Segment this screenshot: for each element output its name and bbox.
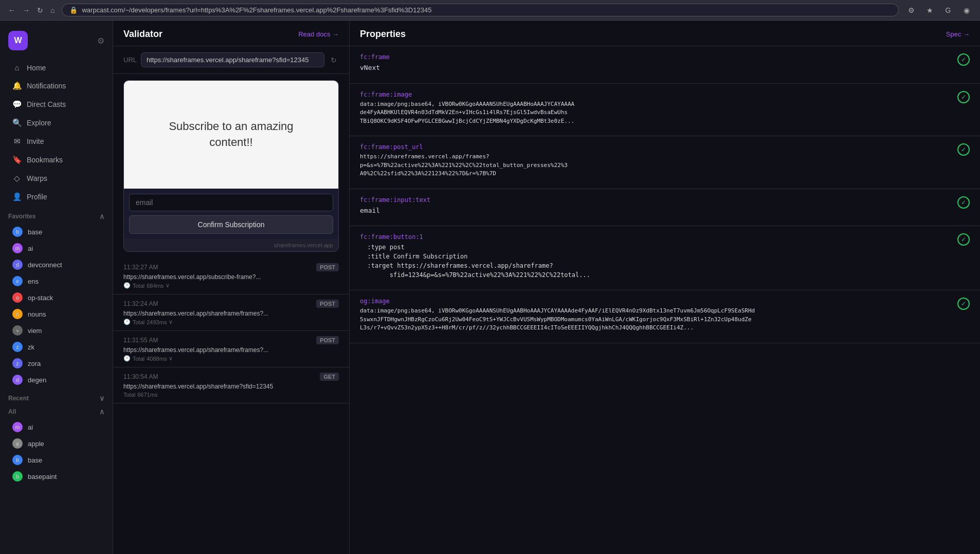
validator-header: Validator Read docs → (113, 21, 349, 46)
recent-dot-ai: m (12, 422, 23, 432)
channel-degen[interactable]: d degen (4, 372, 108, 387)
recent-label: Recent (8, 395, 29, 402)
url-input[interactable] (141, 52, 324, 67)
timing-chevron-2[interactable]: ∨ (169, 355, 173, 362)
properties-title: Properties (360, 29, 406, 40)
sidebar-item-profile-label: Profile (27, 193, 47, 201)
spec-link[interactable]: Spec → (946, 30, 970, 38)
extension-icon-2[interactable]: ★ (922, 3, 937, 17)
log-entry-0-header: 11:32:27 AM POST (123, 263, 339, 271)
timing-chevron-0[interactable]: ∨ (166, 282, 170, 289)
log-ms-1: 2493ms (147, 319, 167, 325)
frame-confirm-button[interactable]: Confirm Subscription (129, 215, 333, 234)
log-ms-0: 684ms (147, 283, 164, 289)
log-timestamp-3: 11:30:54 AM (123, 373, 158, 380)
extension-icon-4[interactable]: ◉ (959, 3, 974, 17)
channel-dot-zk: z (12, 342, 23, 352)
sidebar-item-warps[interactable]: ◇ Warps (4, 170, 108, 187)
property-key-value-1: fc:frame:image data:image/png;base64, iV… (360, 91, 957, 126)
forward-button[interactable]: → (21, 4, 32, 16)
bookmark-icon: 🔖 (12, 155, 22, 164)
frame-image: Subscribe to an amazingcontent!! (124, 81, 338, 189)
url-refresh-button[interactable]: ↻ (329, 54, 339, 66)
property-key-5: og:image (360, 298, 952, 305)
sidebar-item-invite-label: Invite (27, 137, 44, 145)
log-timing-2: 🕐 Total 4088ms ∨ (123, 355, 339, 362)
extension-icon-1[interactable]: ⚙ (904, 3, 918, 17)
timing-chevron-1[interactable]: ∨ (169, 319, 173, 325)
channel-zk[interactable]: z zk (4, 339, 108, 355)
home-button[interactable]: ⌂ (48, 4, 57, 16)
property-header-0: fc:frame vNext ✓ (360, 53, 970, 73)
sidebar-item-invite[interactable]: ✉ Invite (4, 133, 108, 150)
recent-collapse-icon[interactable]: ∨ (99, 394, 104, 402)
properties-header: Properties Spec → (350, 21, 980, 46)
property-value-3: email (360, 206, 430, 216)
channel-zora[interactable]: z zora (4, 356, 108, 371)
log-entry-3: 11:30:54 AM GET https://shareframes.verc… (113, 367, 349, 403)
left-panel: Validator Read docs → URL ↻ Subscribe to… (113, 21, 350, 554)
recent-channel-ai[interactable]: m ai (4, 419, 108, 435)
log-url-3: https://shareframes.vercel.app/sharefram… (123, 383, 339, 390)
channel-base[interactable]: b base (4, 224, 108, 239)
recent-channel-ai-label: ai (28, 423, 33, 431)
app-logo[interactable]: W (8, 31, 28, 50)
property-header-1: fc:frame:image data:image/png;base64, iV… (360, 91, 970, 126)
recent-channel-basepaint[interactable]: b basepaint (4, 469, 108, 484)
sidebar-item-notifications[interactable]: 🔔 Notifications (4, 77, 108, 95)
address-bar[interactable]: 🔒 warpcast.com/~/developers/frames?url=h… (62, 4, 899, 16)
channel-dot-ens: e (12, 276, 23, 286)
channel-viem[interactable]: v viem (4, 323, 108, 338)
channel-dot-zora: z (12, 358, 23, 368)
warps-icon: ◇ (12, 174, 22, 183)
recent-channel-apple-label: apple (28, 440, 44, 448)
channel-ens[interactable]: e ens (4, 273, 108, 289)
sidebar-item-profile[interactable]: 👤 Profile (4, 188, 108, 206)
log-entry-1-header: 11:32:24 AM POST (123, 300, 339, 308)
property-key-0: fc:frame (360, 53, 390, 61)
recent-dot-base: b (12, 455, 23, 465)
total-label-1: Total (133, 319, 144, 325)
property-key-value-3: fc:frame:input:text email (360, 196, 430, 216)
property-value-0: vNext (360, 63, 390, 73)
log-method-3: GET (320, 373, 339, 381)
frame-text-input[interactable] (129, 194, 333, 211)
frame-source: shareframes.vercel.app (124, 239, 338, 251)
channel-ai[interactable]: m ai (4, 241, 108, 256)
sidebar-item-direct-casts[interactable]: 💬 Direct Casts (4, 96, 108, 113)
property-value-5: data:image/png;base64, iVBORw0KGgoAAAANS… (360, 307, 952, 333)
channel-devconnect[interactable]: d devconnect (4, 257, 108, 272)
favorites-collapse-icon[interactable]: ∧ (99, 212, 104, 220)
read-docs-link[interactable]: Read docs → (298, 30, 339, 38)
channel-zora-label: zora (28, 360, 41, 367)
check-icon-1: ✓ (957, 91, 970, 103)
sidebar-item-explore[interactable]: 🔍 Explore (4, 114, 108, 132)
log-timestamp-0: 11:32:27 AM (123, 264, 158, 271)
main-content: Validator Read docs → URL ↻ Subscribe to… (113, 21, 980, 554)
recent-channel-base[interactable]: b base (4, 452, 108, 468)
extension-icon-3[interactable]: G (941, 3, 955, 17)
property-block-4: fc:frame:button:1 :type post :title Conf… (350, 226, 980, 290)
all-label: All (8, 408, 16, 415)
channel-op-stack[interactable]: o op-stack (4, 290, 108, 305)
settings-icon[interactable]: ⚙ (97, 36, 104, 46)
clock-icon-2: 🕐 (123, 355, 131, 362)
right-panel: Properties Spec → fc:frame vNext ✓ (350, 21, 980, 554)
property-key-value-4: fc:frame:button:1 :type post :title Conf… (360, 233, 957, 280)
channel-dot-viem: v (12, 325, 23, 336)
sidebar-item-bookmarks[interactable]: 🔖 Bookmarks (4, 151, 108, 169)
channel-dot-ai: m (12, 243, 23, 253)
recent-channel-apple[interactable]: a apple (4, 436, 108, 451)
sidebar-item-warps-label: Warps (27, 174, 47, 182)
favorites-label: Favorites (8, 213, 35, 220)
back-button[interactable]: ← (6, 4, 17, 16)
log-timing-1: 🕐 Total 2493ms ∨ (123, 319, 339, 325)
channel-nouns[interactable]: n nouns (4, 306, 108, 322)
frame-preview: Subscribe to an amazingcontent!! Confirm… (123, 80, 339, 252)
channel-ai-label: ai (28, 245, 33, 252)
log-method-2: POST (316, 336, 339, 344)
refresh-button[interactable]: ↻ (35, 4, 45, 16)
all-collapse-icon[interactable]: ∧ (99, 408, 104, 416)
log-entry-2-header: 11:31:55 AM POST (123, 336, 339, 344)
sidebar-item-home[interactable]: ⌂ Home (4, 59, 108, 76)
